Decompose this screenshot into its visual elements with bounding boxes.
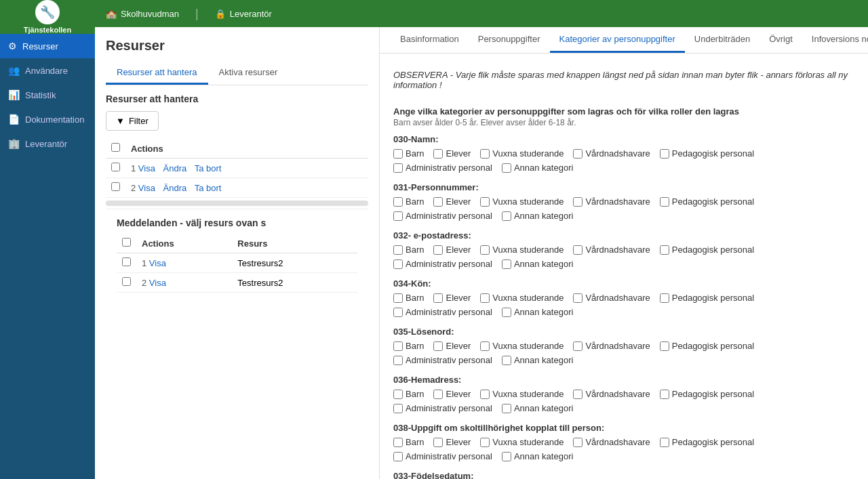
checkbox-031-2[interactable] (480, 197, 490, 207)
checkbox-030-3[interactable] (573, 149, 583, 159)
checkbox-038-3[interactable] (573, 438, 583, 447)
checkbox-032-5[interactable] (393, 259, 403, 269)
checkbox-036-4[interactable] (660, 390, 669, 399)
checkbox-label-030-6[interactable]: Annan kategori (514, 163, 573, 173)
checkbox-label-032-4[interactable]: Pedagogisk personal (672, 245, 754, 255)
checkbox-032-6[interactable] (502, 259, 511, 269)
checkbox-label-032-3[interactable]: Vårdnadshavare (585, 245, 650, 255)
checkbox-label-034-4[interactable]: Pedagogisk personal (672, 293, 754, 303)
sidebar-item-statistik[interactable]: 📊 Statistik (0, 83, 95, 107)
checkbox-label-030-4[interactable]: Pedagogisk personal (672, 148, 754, 159)
checkbox-label-036-2[interactable]: Vuxna studerande (492, 389, 564, 399)
checkbox-032-2[interactable] (480, 245, 490, 255)
checkbox-label-035-2[interactable]: Vuxna studerande (492, 341, 564, 351)
checkbox-label-035-0[interactable]: Barn (406, 341, 424, 351)
checkbox-label-032-2[interactable]: Vuxna studerande (492, 245, 564, 255)
sidebar-item-dokumentation[interactable]: 📄 Dokumentation (0, 107, 95, 131)
checkbox-038-2[interactable] (480, 438, 490, 447)
msg-select-all[interactable] (122, 238, 131, 247)
checkbox-label-038-5[interactable]: Administrativ personal (406, 451, 492, 461)
checkbox-label-038-4[interactable]: Pedagogisk personal (672, 437, 754, 447)
checkbox-label-031-4[interactable]: Pedagogisk personal (672, 196, 754, 207)
tab-hantera[interactable]: Resurser att hantera (106, 62, 208, 85)
checkbox-032-4[interactable] (660, 245, 669, 255)
checkbox-label-034-5[interactable]: Administrativ personal (406, 307, 492, 317)
topbar-leverantor[interactable]: 🔒 Leverantör (215, 9, 272, 19)
row-checkbox-2[interactable] (111, 182, 120, 191)
sidebar-item-resurser[interactable]: ⚙ Resurser (0, 34, 95, 58)
checkbox-038-5[interactable] (393, 452, 403, 461)
checkbox-label-032-0[interactable]: Barn (406, 245, 424, 255)
msg-visa-2[interactable]: Visa (149, 278, 166, 288)
sidebar-item-leverantor[interactable]: 🏢 Leverantör (0, 131, 95, 156)
checkbox-035-6[interactable] (502, 356, 511, 365)
checkbox-035-1[interactable] (433, 341, 443, 351)
checkbox-038-4[interactable] (660, 438, 669, 447)
checkbox-label-031-0[interactable]: Barn (406, 196, 424, 207)
tab-kategorier[interactable]: Kategorier av personuppgifter (550, 27, 685, 53)
checkbox-034-1[interactable] (433, 293, 443, 303)
checkbox-038-6[interactable] (502, 452, 511, 461)
scrollbar[interactable] (106, 201, 368, 206)
checkbox-036-2[interactable] (480, 390, 490, 399)
checkbox-label-038-6[interactable]: Annan kategori (514, 451, 573, 461)
checkbox-034-2[interactable] (480, 293, 490, 303)
checkbox-032-0[interactable] (393, 245, 403, 255)
checkbox-030-4[interactable] (660, 149, 669, 159)
row-checkbox-1[interactable] (111, 163, 120, 171)
checkbox-label-031-3[interactable]: Vårdnadshavare (585, 196, 650, 207)
checkbox-036-3[interactable] (573, 390, 583, 399)
checkbox-label-034-3[interactable]: Vårdnadshavare (585, 293, 650, 303)
checkbox-label-030-1[interactable]: Elever (446, 148, 471, 159)
checkbox-label-035-3[interactable]: Vårdnadshavare (585, 341, 650, 351)
checkbox-label-035-4[interactable]: Pedagogisk personal (672, 341, 754, 351)
checkbox-label-032-1[interactable]: Elever (446, 245, 471, 255)
tab-aktiva[interactable]: Aktiva resurser (208, 62, 289, 85)
checkbox-label-031-5[interactable]: Administrativ personal (406, 211, 492, 221)
checkbox-label-034-1[interactable]: Elever (446, 293, 471, 303)
checkbox-036-1[interactable] (433, 390, 443, 399)
tab-infoversions[interactable]: Infoversions noteringar (802, 27, 868, 53)
checkbox-label-038-0[interactable]: Barn (406, 437, 424, 447)
checkbox-031-0[interactable] (393, 197, 403, 207)
checkbox-label-031-2[interactable]: Vuxna studerande (492, 196, 564, 207)
tabort-link-2[interactable]: Ta bort (195, 183, 222, 193)
checkbox-label-034-6[interactable]: Annan kategori (514, 307, 573, 317)
checkbox-035-3[interactable] (573, 341, 583, 351)
checkbox-034-6[interactable] (502, 308, 511, 317)
tabort-link-1[interactable]: Ta bort (195, 163, 222, 173)
checkbox-030-6[interactable] (502, 163, 511, 173)
checkbox-031-6[interactable] (502, 211, 511, 221)
checkbox-label-038-1[interactable]: Elever (446, 437, 471, 447)
checkbox-label-034-0[interactable]: Barn (406, 293, 424, 303)
checkbox-label-035-5[interactable]: Administrativ personal (406, 355, 492, 365)
checkbox-label-036-0[interactable]: Barn (406, 389, 424, 399)
checkbox-031-1[interactable] (433, 197, 443, 207)
checkbox-label-036-3[interactable]: Vårdnadshavare (585, 389, 650, 399)
checkbox-030-2[interactable] (480, 149, 490, 159)
checkbox-036-0[interactable] (393, 390, 403, 399)
tab-basinformation[interactable]: Basinformation (391, 27, 469, 53)
checkbox-label-036-4[interactable]: Pedagogisk personal (672, 389, 754, 399)
checkbox-label-032-5[interactable]: Administrativ personal (406, 259, 492, 269)
msg-visa-1[interactable]: Visa (149, 258, 166, 268)
checkbox-030-0[interactable] (393, 149, 403, 159)
andra-link-1[interactable]: Ändra (163, 163, 187, 173)
checkbox-034-0[interactable] (393, 293, 403, 303)
checkbox-032-3[interactable] (573, 245, 583, 255)
checkbox-038-0[interactable] (393, 438, 403, 447)
checkbox-label-036-1[interactable]: Elever (446, 389, 471, 399)
msg-checkbox-2[interactable] (122, 277, 131, 286)
checkbox-label-031-6[interactable]: Annan kategori (514, 211, 573, 221)
checkbox-035-5[interactable] (393, 356, 403, 365)
tab-personuppgifter[interactable]: Personuppgifter (469, 27, 550, 53)
checkbox-label-031-1[interactable]: Elever (446, 196, 471, 207)
checkbox-038-1[interactable] (433, 438, 443, 447)
sidebar-item-anvandare[interactable]: 👥 Användare (0, 58, 95, 83)
checkbox-034-4[interactable] (660, 293, 669, 303)
visa-link-1[interactable]: Visa (138, 163, 155, 173)
checkbox-035-0[interactable] (393, 341, 403, 351)
checkbox-label-030-5[interactable]: Administrativ personal (406, 163, 492, 173)
tab-ovrigt[interactable]: Övrigt (760, 27, 802, 53)
filter-button[interactable]: ▼ Filter (106, 111, 159, 131)
